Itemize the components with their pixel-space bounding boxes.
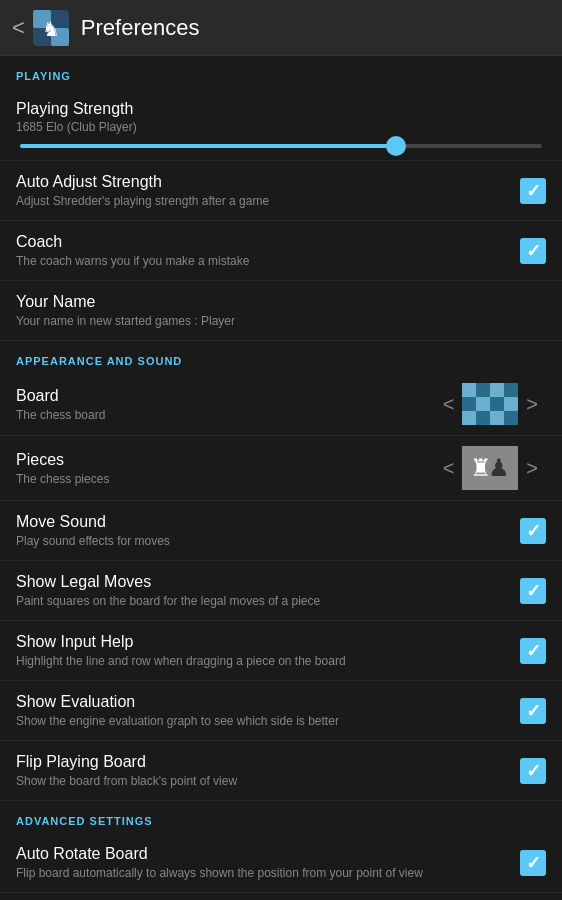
cell <box>490 383 504 397</box>
auto-adjust-checkbox[interactable] <box>520 178 546 204</box>
back-button[interactable]: < <box>12 15 25 41</box>
slider-thumb[interactable] <box>386 136 406 156</box>
board-next-button[interactable]: > <box>518 393 546 416</box>
coach-text: Coach The coach warns you if you make a … <box>16 233 520 268</box>
svg-text:♞: ♞ <box>42 18 60 40</box>
show-legal-moves-text: Show Legal Moves Paint squares on the bo… <box>16 573 520 608</box>
pieces-preview: ♜♟ <box>462 446 518 490</box>
header: < ♞ Preferences <box>0 0 562 56</box>
move-sound-checkbox[interactable] <box>520 518 546 544</box>
auto-rotate-board-text: Auto Rotate Board Flip board automatical… <box>16 845 520 880</box>
one-tap-input-row[interactable]: One Tap Input <box>0 893 562 900</box>
pieces-subtitle: The chess pieces <box>16 472 435 486</box>
auto-adjust-subtitle: Adjust Shredder's playing strength after… <box>16 194 520 208</box>
show-input-help-subtitle: Highlight the line and row when dragging… <box>16 654 520 668</box>
auto-rotate-board-row[interactable]: Auto Rotate Board Flip board automatical… <box>0 833 562 893</box>
auto-adjust-title: Auto Adjust Strength <box>16 173 520 191</box>
cell <box>462 383 476 397</box>
cell <box>504 383 518 397</box>
show-evaluation-checkbox[interactable] <box>520 698 546 724</box>
app-icon: ♞ <box>33 10 69 46</box>
show-evaluation-text: Show Evaluation Show the engine evaluati… <box>16 693 520 728</box>
playing-strength-slider[interactable] <box>20 144 542 148</box>
move-sound-subtitle: Play sound effects for moves <box>16 534 520 548</box>
show-legal-moves-subtitle: Paint squares on the board for the legal… <box>16 594 520 608</box>
show-evaluation-title: Show Evaluation <box>16 693 520 711</box>
board-text: Board The chess board <box>16 387 435 422</box>
show-input-help-title: Show Input Help <box>16 633 520 651</box>
board-row[interactable]: Board The chess board < > <box>0 373 562 436</box>
board-title: Board <box>16 387 435 405</box>
board-prev-button[interactable]: < <box>435 393 463 416</box>
slider-fill <box>20 144 396 148</box>
coach-title: Coach <box>16 233 520 251</box>
flip-playing-board-row[interactable]: Flip Playing Board Show the board from b… <box>0 741 562 801</box>
section-appearance: APPEARANCE AND SOUND <box>0 341 562 373</box>
your-name-text: Your Name Your name in new started games… <box>16 293 546 328</box>
cell <box>476 383 490 397</box>
pieces-title: Pieces <box>16 451 435 469</box>
section-playing: PLAYING <box>0 56 562 88</box>
move-sound-title: Move Sound <box>16 513 520 531</box>
flip-playing-board-title: Flip Playing Board <box>16 753 520 771</box>
cell <box>504 411 518 425</box>
show-input-help-text: Show Input Help Highlight the line and r… <box>16 633 520 668</box>
cell <box>476 397 490 411</box>
pieces-row[interactable]: Pieces The chess pieces < ♜♟ > <box>0 436 562 501</box>
coach-subtitle: The coach warns you if you make a mistak… <box>16 254 520 268</box>
show-legal-moves-checkbox[interactable] <box>520 578 546 604</box>
cell <box>490 411 504 425</box>
pieces-prev-button[interactable]: < <box>435 457 463 480</box>
your-name-title: Your Name <box>16 293 546 311</box>
move-sound-text: Move Sound Play sound effects for moves <box>16 513 520 548</box>
content-scroll[interactable]: PLAYING Playing Strength 1685 Elo (Club … <box>0 56 562 900</box>
your-name-subtitle: Your name in new started games : Player <box>16 314 546 328</box>
cell <box>490 397 504 411</box>
show-input-help-row[interactable]: Show Input Help Highlight the line and r… <box>0 621 562 681</box>
board-subtitle: The chess board <box>16 408 435 422</box>
page-title: Preferences <box>81 15 200 41</box>
cell <box>476 411 490 425</box>
board-preview <box>462 383 518 425</box>
show-input-help-checkbox[interactable] <box>520 638 546 664</box>
pieces-next-button[interactable]: > <box>518 457 546 480</box>
playing-strength-row[interactable]: Playing Strength 1685 Elo (Club Player) <box>0 88 562 161</box>
show-evaluation-subtitle: Show the engine evaluation graph to see … <box>16 714 520 728</box>
pieces-text: Pieces The chess pieces <box>16 451 435 486</box>
your-name-row[interactable]: Your Name Your name in new started games… <box>0 281 562 341</box>
auto-rotate-board-checkbox[interactable] <box>520 850 546 876</box>
show-evaluation-row[interactable]: Show Evaluation Show the engine evaluati… <box>0 681 562 741</box>
auto-rotate-board-subtitle: Flip board automatically to always shown… <box>16 866 520 880</box>
show-legal-moves-row[interactable]: Show Legal Moves Paint squares on the bo… <box>0 561 562 621</box>
move-sound-row[interactable]: Move Sound Play sound effects for moves <box>0 501 562 561</box>
auto-rotate-board-title: Auto Rotate Board <box>16 845 520 863</box>
coach-checkbox[interactable] <box>520 238 546 264</box>
coach-row[interactable]: Coach The coach warns you if you make a … <box>0 221 562 281</box>
cell <box>504 397 518 411</box>
flip-playing-board-checkbox[interactable] <box>520 758 546 784</box>
auto-adjust-text: Auto Adjust Strength Adjust Shredder's p… <box>16 173 520 208</box>
flip-playing-board-text: Flip Playing Board Show the board from b… <box>16 753 520 788</box>
playing-strength-subtitle: 1685 Elo (Club Player) <box>16 120 546 134</box>
cell <box>462 397 476 411</box>
section-advanced: ADVANCED SETTINGS <box>0 801 562 833</box>
show-legal-moves-title: Show Legal Moves <box>16 573 520 591</box>
flip-playing-board-subtitle: Show the board from black's point of vie… <box>16 774 520 788</box>
playing-strength-title: Playing Strength <box>16 100 546 118</box>
cell <box>462 411 476 425</box>
auto-adjust-row[interactable]: Auto Adjust Strength Adjust Shredder's p… <box>0 161 562 221</box>
